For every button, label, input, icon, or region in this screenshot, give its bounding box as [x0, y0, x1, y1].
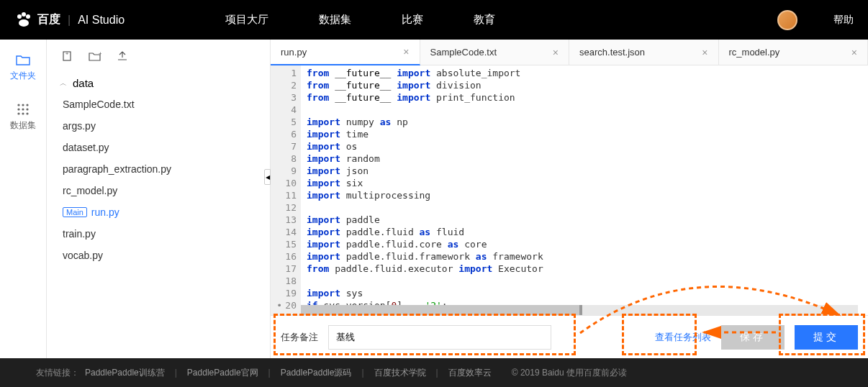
footlink-source[interactable]: PaddlePaddle源码	[281, 367, 352, 379]
avatar[interactable]	[777, 10, 797, 30]
svg-point-7	[17, 108, 19, 110]
svg-point-1	[22, 12, 26, 17]
file-args[interactable]: args.py	[60, 115, 263, 137]
rail-files[interactable]: 文件夹	[10, 54, 36, 82]
footlink-efficiency[interactable]: 百度效率云	[448, 367, 492, 379]
footer-prefix: 友情链接：	[36, 367, 79, 379]
file-rc-model[interactable]: rc_model.py	[60, 180, 263, 201]
view-task-list-link[interactable]: 查看任务列表	[655, 331, 711, 344]
svg-point-3	[19, 19, 29, 27]
main-badge: Main	[63, 207, 87, 217]
nav-competitions[interactable]: 比赛	[402, 13, 423, 27]
close-icon[interactable]: ×	[553, 47, 559, 58]
folder-data[interactable]: ︿ data	[60, 73, 263, 94]
save-button[interactable]: 保存	[721, 325, 785, 350]
upload-icon[interactable]	[116, 50, 129, 63]
close-icon[interactable]: ×	[851, 47, 857, 58]
svg-point-9	[26, 108, 28, 110]
svg-text:+: +	[65, 50, 69, 57]
logo-baidu-text: 百度	[37, 12, 60, 27]
file-samplecode[interactable]: SampleCode.txt	[60, 94, 263, 115]
line-gutter: 123456789101112131415161718192021222324	[271, 65, 301, 315]
help-link[interactable]: 帮助	[833, 14, 854, 27]
footlink-training[interactable]: PaddlePaddle训练营	[85, 367, 165, 379]
nav-projects[interactable]: 项目大厅	[225, 13, 268, 27]
top-bar: 百度 | AI Studio 项目大厅 数据集 比赛 教育 帮助	[0, 0, 868, 40]
tab-run[interactable]: run.py×	[271, 40, 420, 65]
tab-rc-model[interactable]: rc_model.py×	[719, 40, 869, 65]
footer: 友情链接： PaddlePaddle训练营| PaddlePaddle官网| P…	[0, 358, 868, 387]
file-vocab[interactable]: vocab.py	[60, 245, 263, 266]
svg-point-6	[26, 104, 28, 106]
nav-datasets[interactable]: 数据集	[319, 13, 351, 27]
file-tree-actions: + +	[61, 50, 263, 63]
folder-icon	[16, 54, 30, 65]
tab-samplecode[interactable]: SampleCode.txt×	[420, 40, 570, 65]
new-file-icon[interactable]: +	[61, 50, 74, 63]
horizontal-scrollbar[interactable]	[301, 305, 858, 315]
task-bar: 任务备注 查看任务列表 保存 提交	[271, 315, 868, 358]
svg-text:+: +	[99, 51, 101, 57]
svg-point-0	[17, 14, 22, 19]
main-area: 文件夹 数据集 + + ︿ data SampleCode.txt args.p…	[0, 40, 868, 358]
svg-point-4	[17, 104, 19, 106]
grid-icon	[16, 104, 30, 115]
file-train[interactable]: train.py	[60, 223, 263, 245]
svg-point-10	[17, 112, 19, 114]
footer-copyright: © 2019 Baidu 使用百度前必读	[512, 367, 627, 379]
svg-point-8	[22, 108, 24, 110]
close-icon[interactable]: ×	[702, 47, 707, 58]
task-label: 任务备注	[281, 331, 318, 344]
svg-point-2	[26, 14, 30, 19]
rail-datasets[interactable]: 数据集	[10, 104, 36, 132]
editor-tabs: run.py× SampleCode.txt× search.test.json…	[271, 40, 868, 65]
code-content[interactable]: from __future__ import absolute_import f…	[301, 65, 868, 315]
baidu-paw-icon	[14, 11, 33, 29]
main-nav: 项目大厅 数据集 比赛 教育	[225, 13, 495, 27]
top-right: 帮助	[777, 10, 854, 30]
svg-point-5	[22, 104, 24, 106]
file-run[interactable]: Main run.py	[60, 201, 263, 223]
logo[interactable]: 百度 | AI Studio	[14, 11, 125, 29]
svg-point-12	[26, 112, 28, 114]
footlink-official[interactable]: PaddlePaddle官网	[187, 367, 258, 379]
collapse-handle[interactable]: ◀	[264, 169, 271, 185]
left-rail: 文件夹 数据集	[0, 40, 47, 358]
tab-search-test[interactable]: search.test.json×	[569, 40, 719, 65]
close-icon[interactable]: ×	[403, 46, 409, 58]
file-paragraph-extraction[interactable]: paragraph_extraction.py	[60, 158, 263, 180]
footlink-tech[interactable]: 百度技术学院	[374, 367, 426, 379]
submit-button[interactable]: 提交	[795, 325, 858, 350]
code-editor[interactable]: 123456789101112131415161718192021222324 …	[271, 65, 868, 315]
file-dataset[interactable]: dataset.py	[60, 137, 263, 158]
new-folder-icon[interactable]: +	[89, 50, 101, 63]
file-tree: + + ︿ data SampleCode.txt args.py datase…	[47, 40, 270, 358]
chevron-down-icon: ︿	[60, 78, 67, 88]
nav-education[interactable]: 教育	[474, 13, 495, 27]
svg-point-11	[22, 112, 24, 114]
task-input[interactable]	[328, 325, 551, 350]
editor-column: ◀ run.py× SampleCode.txt× search.test.js…	[270, 40, 868, 358]
logo-studio-text: AI Studio	[78, 14, 125, 27]
